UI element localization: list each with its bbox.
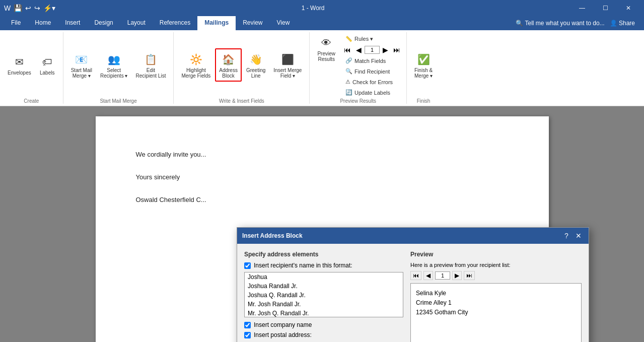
preview-box: Selina Kyle Crime Alley 1 12345 Gotham C…: [410, 283, 582, 342]
select-recipients-btn[interactable]: 👥 SelectRecipients ▾: [97, 49, 131, 81]
greeting-line-btn[interactable]: 👋 GreetingLine: [243, 49, 269, 81]
preview-line3: 12345 Gotham City: [416, 308, 576, 317]
word-icon: W: [4, 4, 11, 12]
tab-insert[interactable]: Insert: [58, 16, 87, 30]
listbox-item-1[interactable]: Joshua Randall Jr.: [245, 282, 403, 291]
create-items: ✉ Envelopes 🏷 Labels: [4, 32, 59, 97]
rules-label: Rules ▾: [354, 36, 373, 42]
write-insert-items: 🔆 HighlightMerge Fields 🏠 AddressBlock 👋…: [178, 32, 305, 97]
undo-icon[interactable]: ↩: [25, 4, 31, 12]
dialog-title-controls: ? ✕: [561, 231, 584, 241]
insert-merge-field-label: Insert MergeField ▾: [273, 67, 302, 79]
highlight-merge-fields-btn[interactable]: 🔆 HighlightMerge Fields: [178, 49, 214, 81]
address-block-icon: 🏠: [221, 51, 237, 67]
start-mail-merge-label: Start MailMerge ▾: [71, 67, 92, 79]
start-mail-merge-btn[interactable]: 📧 Start MailMerge ▾: [67, 49, 96, 81]
insert-company-checkbox[interactable]: [244, 322, 251, 328]
preview-nav-first[interactable]: ⏮: [410, 271, 421, 280]
insert-address-block-dialog: Insert Address Block ? ✕ Specify address…: [237, 227, 589, 342]
insert-name-checkbox-row: Insert recipient's name in this format:: [244, 262, 403, 269]
close-btn[interactable]: ✕: [617, 0, 640, 16]
tab-mailings[interactable]: Mailings: [197, 16, 236, 30]
match-fields-ribbon-btn[interactable]: 🔗 Match Fields: [342, 56, 402, 65]
write-insert-group-label: Write & Insert Fields: [219, 98, 264, 104]
rules-btn[interactable]: 📏 Rules ▾: [342, 34, 402, 44]
edit-recipient-list-icon: 📋: [142, 51, 159, 67]
check-errors-btn[interactable]: ⚠ Check for Errors: [342, 77, 402, 87]
check-errors-label: Check for Errors: [352, 79, 393, 85]
dialog-body: Specify address elements Insert recipien…: [237, 244, 589, 342]
create-group-label: Create: [24, 98, 39, 104]
listbox-item-4[interactable]: Mr. Josh Q. Randall Jr.: [245, 309, 403, 317]
finish-merge-btn[interactable]: ✅ Finish &Merge ▾: [411, 49, 436, 81]
nav-page-input[interactable]: [365, 46, 380, 54]
dialog-close-btn[interactable]: ✕: [574, 231, 584, 241]
document-area: We cordially invite you... Yours sincere…: [0, 106, 644, 342]
nav-first-btn[interactable]: ⏮: [342, 45, 353, 55]
envelopes-icon: ✉: [11, 54, 27, 70]
tab-design[interactable]: Design: [87, 16, 120, 30]
preview-results-btn[interactable]: 👁 PreviewResults: [314, 32, 339, 64]
address-block-btn[interactable]: 🏠 AddressBlock: [215, 48, 242, 82]
ribbon-group-write-insert: 🔆 HighlightMerge Fields 🏠 AddressBlock 👋…: [174, 32, 310, 104]
preview-description: Here is a preview from your recipient li…: [410, 262, 582, 268]
insert-name-checkbox[interactable]: [244, 262, 251, 269]
ribbon-body: ✉ Envelopes 🏷 Labels Create 📧 Start Mail…: [0, 30, 644, 106]
name-format-listbox[interactable]: Joshua Joshua Randall Jr. Joshua Q. Rand…: [244, 272, 403, 317]
insert-merge-field-icon: ⬛: [279, 51, 296, 67]
title-bar-icons: W 💾 ↩ ↪ ⚡▾: [4, 4, 55, 12]
tab-review[interactable]: Review: [236, 16, 269, 30]
insert-merge-field-btn[interactable]: ⬛ Insert MergeField ▾: [270, 49, 305, 81]
envelopes-label: Envelopes: [8, 70, 31, 76]
finish-merge-label: Finish &Merge ▾: [414, 67, 433, 79]
preview-group-label: Preview Results: [340, 98, 376, 104]
title-bar-controls: — ☐ ✕: [570, 0, 640, 16]
insert-postal-checkbox-row: Insert postal address:: [244, 331, 403, 338]
preview-nav-next[interactable]: ▶: [452, 271, 462, 280]
maximize-btn[interactable]: ☐: [594, 0, 617, 16]
tab-home[interactable]: Home: [28, 16, 58, 30]
tab-layout[interactable]: Layout: [120, 16, 153, 30]
edit-recipient-list-btn[interactable]: 📋 EditRecipient List: [132, 49, 169, 81]
insert-company-checkbox-row: Insert company name: [244, 321, 403, 328]
ribbon: File Home Insert Design Layout Reference…: [0, 16, 644, 106]
ribbon-group-finish: ✅ Finish &Merge ▾ Finish: [407, 32, 440, 104]
find-recipient-btn[interactable]: 🔍 Find Recipient: [342, 66, 402, 76]
share-btn[interactable]: 👤 Share: [610, 20, 635, 27]
labels-btn[interactable]: 🏷 Labels: [36, 51, 59, 78]
minimize-btn[interactable]: —: [570, 0, 594, 16]
listbox-item-3[interactable]: Mr. Josh Randall Jr.: [245, 300, 403, 309]
match-fields-icon: 🔗: [345, 57, 352, 64]
tab-references[interactable]: References: [153, 16, 197, 30]
insert-postal-checkbox[interactable]: [244, 332, 251, 338]
customize-icon[interactable]: ⚡▾: [43, 4, 55, 12]
nav-next-btn[interactable]: ▶: [381, 45, 390, 55]
preview-title: Preview: [410, 251, 582, 258]
update-labels-icon: 🔄: [345, 89, 352, 96]
tab-file[interactable]: File: [4, 16, 28, 30]
nav-last-btn[interactable]: ⏭: [391, 45, 402, 55]
tab-view[interactable]: View: [270, 16, 297, 30]
ribbon-group-create: ✉ Envelopes 🏷 Labels Create: [0, 32, 63, 104]
preview-nav-input[interactable]: [435, 271, 450, 280]
labels-label: Labels: [40, 70, 54, 76]
edit-recipient-list-label: EditRecipient List: [135, 67, 166, 79]
preview-nav-last[interactable]: ⏭: [464, 271, 475, 280]
listbox-item-2[interactable]: Joshua Q. Randall Jr.: [245, 291, 403, 300]
select-recipients-icon: 👥: [106, 51, 122, 67]
labels-icon: 🏷: [39, 54, 55, 70]
preview-nav-prev[interactable]: ◀: [423, 271, 433, 280]
tell-me-input[interactable]: 🔍 Tell me what you want to do...: [516, 20, 605, 27]
save-icon[interactable]: 💾: [14, 4, 22, 12]
envelopes-btn[interactable]: ✉ Envelopes: [4, 51, 35, 78]
listbox-item-0[interactable]: Joshua: [245, 272, 403, 282]
check-errors-icon: ⚠: [345, 79, 350, 85]
dialog-help-btn[interactable]: ?: [561, 231, 571, 241]
preview-nav: ⏮ ◀ ▶ ⏭: [410, 271, 582, 280]
finish-items: ✅ Finish &Merge ▾: [411, 32, 436, 97]
highlight-icon: 🔆: [188, 51, 204, 67]
nav-prev-btn[interactable]: ◀: [354, 45, 364, 55]
preview-results-label: PreviewResults: [317, 51, 335, 62]
update-labels-btn[interactable]: 🔄 Update Labels: [342, 88, 402, 97]
redo-icon[interactable]: ↪: [34, 4, 40, 12]
